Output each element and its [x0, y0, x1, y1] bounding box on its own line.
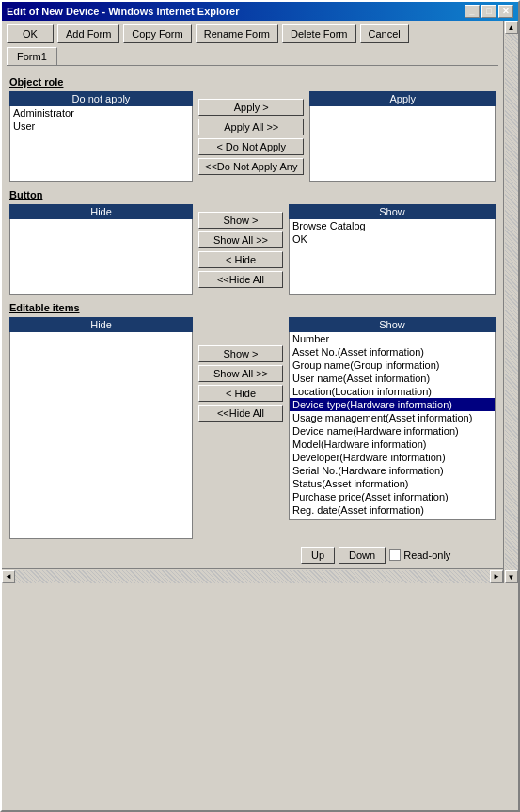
copy-form-button[interactable]: Copy Form: [123, 24, 191, 43]
list-item[interactable]: Number: [290, 332, 495, 345]
button-show-list[interactable]: Browse Catalog OK: [289, 219, 496, 295]
toolbar: OK Add Form Copy Form Rename Form Delete…: [2, 21, 503, 47]
tab-form1[interactable]: Form1: [7, 47, 57, 65]
list-item[interactable]: Use period: [290, 517, 495, 520]
window-title: Edit of New Device - Windows Internet Ex…: [7, 6, 239, 17]
do-not-apply-list[interactable]: Administrator User: [9, 106, 193, 182]
apply-container: Apply: [309, 91, 496, 182]
title-bar: Edit of New Device - Windows Internet Ex…: [2, 2, 518, 21]
show-button[interactable]: Show >: [198, 212, 283, 229]
object-role-mid-buttons: Apply > Apply All >> < Do Not Apply <<Do…: [193, 91, 309, 182]
apply-header: Apply: [309, 91, 496, 106]
do-not-apply-container: Do not apply Administrator User: [9, 91, 193, 182]
object-role-title: Object role: [9, 76, 496, 88]
list-item-selected[interactable]: Device type(Hardware information): [290, 398, 495, 411]
cancel-button[interactable]: Cancel: [360, 24, 409, 43]
up-button[interactable]: Up: [301, 547, 335, 564]
list-item[interactable]: Developer(Hardware information): [290, 451, 495, 464]
list-item[interactable]: Administrator: [10, 106, 192, 119]
editable-show-all-button[interactable]: Show All >>: [198, 365, 283, 382]
tabs: Form1: [2, 47, 503, 65]
button-hide-container: Hide: [9, 204, 193, 295]
list-item[interactable]: Device name(Hardware information): [290, 424, 495, 438]
button-area: Hide Show > Show All >> < Hide <<Hide Al…: [9, 204, 496, 295]
button-show-header: Show: [289, 204, 496, 219]
add-form-button[interactable]: Add Form: [57, 24, 119, 43]
maximize-button[interactable]: □: [481, 5, 496, 18]
editable-hide-button[interactable]: < Hide: [198, 385, 283, 402]
scroll-track[interactable]: [505, 34, 518, 570]
list-item[interactable]: User name(Asset information): [290, 372, 495, 385]
apply-list[interactable]: [309, 106, 496, 182]
list-item[interactable]: Browse Catalog: [290, 219, 495, 232]
hide-button[interactable]: < Hide: [198, 251, 283, 268]
horizontal-scrollbar[interactable]: ◄ ►: [2, 568, 503, 583]
list-item[interactable]: Asset No.(Asset information): [290, 345, 495, 358]
do-not-apply-button[interactable]: < Do Not Apply: [198, 138, 304, 155]
editable-show-container: Show Number Asset No.(Asset information)…: [289, 317, 496, 520]
editable-show-header: Show: [289, 317, 496, 332]
editable-hide-list[interactable]: [9, 332, 193, 539]
button-hide-list[interactable]: [9, 219, 193, 295]
list-item[interactable]: Purchase price(Asset information): [290, 490, 495, 503]
scroll-down-button[interactable]: ▼: [505, 570, 518, 583]
scroll-right-button[interactable]: ►: [490, 570, 503, 583]
editable-items-title: Editable items: [9, 302, 496, 313]
scroll-left-button[interactable]: ◄: [2, 570, 15, 583]
show-all-button[interactable]: Show All >>: [198, 231, 283, 248]
list-item[interactable]: OK: [290, 232, 495, 246]
button-title: Button: [9, 189, 496, 200]
object-role-area: Do not apply Administrator User Apply > …: [9, 91, 496, 182]
list-item[interactable]: Reg. date(Asset information): [290, 503, 495, 517]
apply-all-button[interactable]: Apply All >>: [198, 119, 304, 135]
list-item[interactable]: Serial No.(Hardware information): [290, 464, 495, 477]
down-button[interactable]: Down: [339, 547, 386, 564]
rename-form-button[interactable]: Rename Form: [196, 24, 278, 43]
scroll-track[interactable]: [15, 570, 490, 583]
hide-all-button[interactable]: <<Hide All: [198, 271, 283, 288]
editable-items-area: Hide Show > Show All >> < Hide <<Hide Al…: [9, 317, 496, 539]
scroll-up-button[interactable]: ▲: [505, 21, 518, 34]
list-item[interactable]: Location(Location information): [290, 385, 495, 398]
editable-mid-buttons: Show > Show All >> < Hide <<Hide All: [193, 317, 289, 422]
button-mid-buttons: Show > Show All >> < Hide <<Hide All: [193, 204, 289, 295]
readonly-label: Read-only: [403, 549, 450, 561]
button-show-container: Show Browse Catalog OK: [289, 204, 496, 295]
do-not-apply-any-button[interactable]: <<Do Not Apply Any: [198, 158, 304, 175]
apply-button[interactable]: Apply >: [198, 99, 304, 116]
readonly-container: Read-only: [389, 549, 450, 561]
list-item[interactable]: User: [10, 119, 192, 133]
do-not-apply-header: Do not apply: [9, 91, 193, 106]
delete-form-button[interactable]: Delete Form: [282, 24, 356, 43]
editable-hide-header: Hide: [9, 317, 193, 332]
button-hide-header: Hide: [9, 204, 193, 219]
list-item[interactable]: Usage management(Asset information): [290, 411, 495, 424]
minimize-button[interactable]: _: [465, 5, 480, 18]
readonly-checkbox[interactable]: [389, 549, 401, 561]
bottom-controls: Up Down Read-only: [9, 547, 496, 564]
ok-button[interactable]: OK: [7, 24, 54, 43]
editable-hide-all-button[interactable]: <<Hide All: [198, 405, 283, 422]
list-item[interactable]: Group name(Group information): [290, 358, 495, 372]
editable-show-list[interactable]: Number Asset No.(Asset information) Grou…: [289, 332, 496, 520]
editable-hide-container: Hide: [9, 317, 193, 539]
editable-show-button[interactable]: Show >: [198, 345, 283, 362]
list-item[interactable]: Status(Asset information): [290, 477, 495, 490]
vertical-scrollbar[interactable]: ▲ ▼: [503, 21, 518, 583]
close-button[interactable]: ✕: [498, 5, 513, 18]
list-item[interactable]: Model(Hardware information): [290, 438, 495, 451]
